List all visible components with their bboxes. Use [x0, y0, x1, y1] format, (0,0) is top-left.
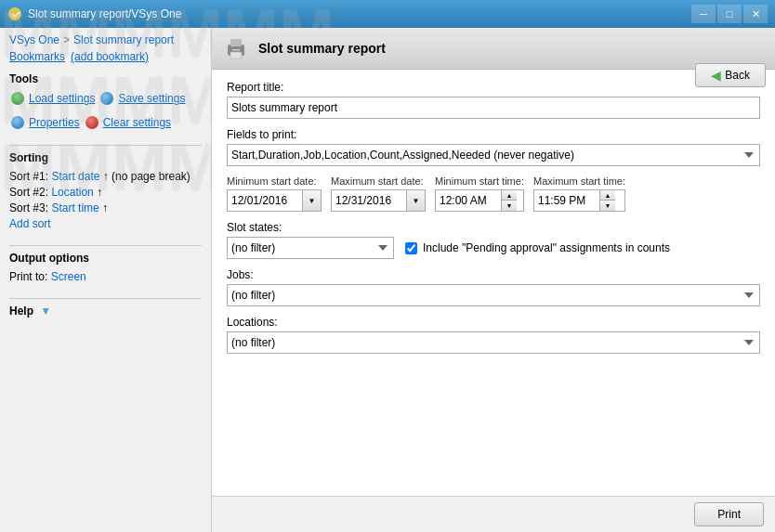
app-icon	[7, 6, 22, 21]
add-sort-link[interactable]: Add sort	[9, 217, 202, 230]
jobs-select[interactable]: (no filter)	[227, 284, 760, 306]
print-button[interactable]: Print	[694, 502, 764, 526]
clear-settings-button[interactable]: Clear settings	[84, 115, 173, 130]
include-pending-label: Include "Pending approval" assignments i…	[423, 241, 670, 254]
sort3-label: Sort #3:	[9, 201, 48, 214]
min-start-time-down[interactable]: ▼	[502, 201, 517, 211]
clear-settings-label: Clear settings	[103, 116, 171, 129]
help-section: Help ▼	[9, 305, 202, 318]
jobs-row: Jobs: (no filter)	[227, 268, 760, 306]
min-start-date-input[interactable]	[228, 192, 302, 209]
bookmarks-row: Bookmarks (add bookmark)	[9, 50, 202, 63]
slot-states-select[interactable]: (no filter)	[227, 237, 394, 259]
svg-point-0	[8, 7, 21, 20]
max-start-time-label: Maximum start time:	[533, 175, 625, 187]
fields-to-print-label: Fields to print:	[227, 128, 760, 141]
report-title-input[interactable]	[227, 97, 760, 119]
sort1-label: Sort #1:	[9, 170, 48, 183]
form-area: Report title: Fields to print: Start,Dur…	[212, 70, 775, 496]
sort2-link[interactable]: Location	[51, 186, 93, 199]
max-start-date-wrap: ▼	[331, 189, 426, 212]
max-start-time-input[interactable]	[534, 192, 599, 209]
report-header: Slot summary report	[212, 28, 775, 70]
min-start-date-field: Minimum start date: ▼	[227, 175, 322, 212]
print-to-screen-link[interactable]: Screen	[51, 270, 86, 283]
sort-item-3: Sort #3: Start time ↑	[9, 201, 202, 214]
locations-label: Locations:	[227, 316, 760, 329]
load-settings-icon	[11, 92, 24, 105]
divider-3	[9, 298, 202, 299]
min-start-time-spinner: ▲ ▼	[501, 190, 517, 211]
svg-rect-3	[230, 52, 242, 58]
save-settings-icon	[100, 92, 113, 105]
bookmarks-link[interactable]: Bookmarks	[9, 50, 65, 63]
report-header-title: Slot summary report	[258, 41, 386, 56]
left-panel: MMMMMM MMMMMM MMMMMM VSys One > Slot sum…	[0, 28, 212, 532]
main-container: MMMMMM MMMMMM MMMMMM VSys One > Slot sum…	[0, 28, 775, 532]
max-start-time-down[interactable]: ▼	[600, 201, 615, 211]
min-start-time-label: Minimum start time:	[435, 175, 524, 187]
max-start-time-wrap: ▲ ▼	[533, 189, 625, 212]
add-bookmark-link[interactable]: (add bookmark)	[71, 50, 149, 63]
slot-states-label: Slot states:	[227, 221, 760, 234]
sort-item-1: Sort #1: Start date ↑ (no page break)	[9, 170, 202, 183]
svg-point-5	[241, 46, 243, 49]
fields-to-print-select[interactable]: Start,Duration,Job,Location,Count,Assign…	[227, 144, 760, 166]
breadcrumb-current-link[interactable]: Slot summary report	[73, 33, 174, 46]
sort3-arrow: ↑	[102, 201, 108, 214]
back-button[interactable]: ◀ Back	[695, 63, 766, 87]
save-settings-label: Save settings	[118, 92, 185, 105]
min-start-time-wrap: ▲ ▼	[435, 189, 524, 212]
sort3-link[interactable]: Start time	[51, 201, 99, 214]
breadcrumb-vsys-link[interactable]: VSys One	[9, 33, 59, 46]
window-controls: ─ □ ✕	[691, 5, 768, 23]
sort2-arrow: ↑	[97, 186, 102, 199]
min-start-time-input[interactable]	[436, 192, 501, 209]
min-start-time-up[interactable]: ▲	[502, 190, 517, 201]
breadcrumb-separator: >	[63, 33, 70, 46]
maximize-button[interactable]: □	[717, 5, 742, 23]
divider-2	[9, 245, 202, 246]
max-start-date-input[interactable]	[332, 192, 406, 209]
locations-row: Locations: (no filter)	[227, 316, 760, 354]
sort1-link[interactable]: Start date	[51, 170, 99, 183]
sorting-section-title: Sorting	[9, 151, 202, 164]
output-options-title: Output options	[9, 252, 202, 265]
min-start-date-wrap: ▼	[227, 189, 322, 212]
report-title-row: Report title:	[227, 81, 760, 119]
max-start-time-field: Maximum start time: ▲ ▼	[533, 175, 625, 212]
save-settings-button[interactable]: Save settings	[99, 91, 187, 106]
properties-icon	[11, 116, 24, 129]
include-pending-checkbox[interactable]	[405, 242, 417, 254]
tools-row-2: Properties Clear settings	[9, 115, 202, 130]
print-to-row: Print to: Screen	[9, 270, 202, 283]
right-panel: ◀ Back Slot summary report Report title:	[212, 28, 775, 532]
title-bar: Slot summary report/VSys One ─ □ ✕	[0, 0, 775, 28]
print-to-label: Print to:	[9, 270, 47, 283]
sort-item-2: Sort #2: Location ↑	[9, 186, 202, 199]
back-btn-container: ◀ Back	[695, 63, 766, 87]
jobs-label: Jobs:	[227, 268, 760, 281]
report-header-icon	[223, 35, 249, 61]
max-start-date-label: Maximum start date:	[331, 175, 426, 187]
locations-select[interactable]: (no filter)	[227, 331, 760, 354]
breadcrumb: VSys One > Slot summary report	[9, 33, 202, 46]
sort2-label: Sort #2:	[9, 186, 48, 199]
dates-row: Minimum start date: ▼ Maximum start date…	[227, 175, 760, 212]
max-start-date-field: Maximum start date: ▼	[331, 175, 426, 212]
min-start-date-dropdown[interactable]: ▼	[302, 190, 321, 211]
slot-states-row: Slot states: (no filter) Include "Pendin…	[227, 221, 760, 259]
tools-section-title: Tools	[9, 72, 202, 85]
output-options-section: Output options Print to: Screen	[9, 252, 202, 283]
min-start-date-label: Minimum start date:	[227, 175, 322, 187]
tools-row: Load settings Save settings	[9, 91, 202, 106]
back-icon: ◀	[711, 68, 721, 83]
load-settings-label: Load settings	[29, 92, 95, 105]
properties-button[interactable]: Properties	[9, 115, 82, 130]
max-start-date-dropdown[interactable]: ▼	[406, 190, 425, 211]
close-button[interactable]: ✕	[743, 5, 768, 23]
load-settings-button[interactable]: Load settings	[9, 91, 97, 106]
divider-1	[9, 145, 202, 146]
minimize-button[interactable]: ─	[691, 5, 716, 23]
max-start-time-up[interactable]: ▲	[600, 190, 615, 201]
